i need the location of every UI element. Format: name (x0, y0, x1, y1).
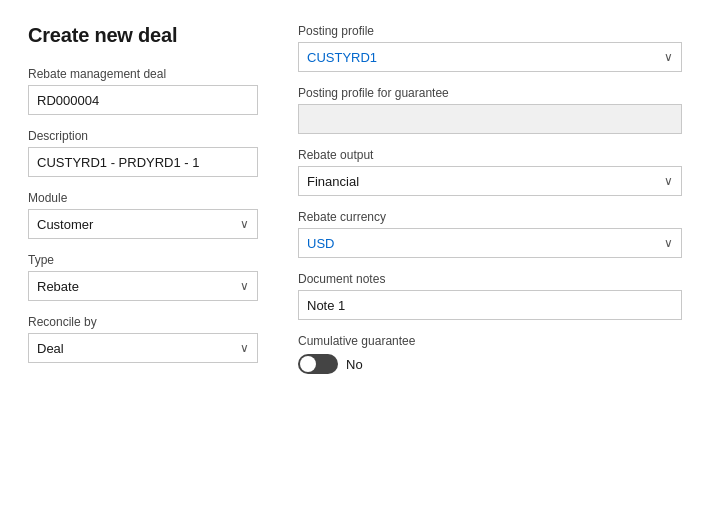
rebate-currency-chevron-icon: ∨ (664, 236, 673, 250)
cumulative-guarantee-label: Cumulative guarantee (298, 334, 682, 348)
description-input[interactable] (28, 147, 258, 177)
description-group: Description (28, 129, 258, 177)
page-container: Create new deal Rebate management deal D… (0, 0, 710, 508)
reconcile-by-select[interactable]: Deal ∨ (28, 333, 258, 363)
page-title: Create new deal (28, 24, 258, 47)
posting-profile-guarantee-label: Posting profile for guarantee (298, 86, 682, 100)
document-notes-group: Document notes (298, 272, 682, 320)
cumulative-guarantee-toggle[interactable] (298, 354, 338, 374)
right-column: Posting profile CUSTYRD1 ∨ Posting profi… (298, 24, 682, 484)
description-label: Description (28, 129, 258, 143)
rebate-currency-label: Rebate currency (298, 210, 682, 224)
reconcile-by-group: Reconcile by Deal ∨ (28, 315, 258, 363)
rebate-output-select-value: Financial (307, 174, 359, 189)
module-label: Module (28, 191, 258, 205)
type-group: Type Rebate ∨ (28, 253, 258, 301)
cumulative-guarantee-toggle-row: No (298, 354, 682, 374)
module-group: Module Customer ∨ (28, 191, 258, 239)
rebate-currency-select[interactable]: USD ∨ (298, 228, 682, 258)
posting-profile-select-value: CUSTYRD1 (307, 50, 377, 65)
module-select[interactable]: Customer ∨ (28, 209, 258, 239)
rebate-currency-group: Rebate currency USD ∨ (298, 210, 682, 258)
type-select-value: Rebate (37, 279, 79, 294)
rebate-output-group: Rebate output Financial ∨ (298, 148, 682, 196)
toggle-knob (300, 356, 316, 372)
document-notes-label: Document notes (298, 272, 682, 286)
rebate-management-deal-input[interactable] (28, 85, 258, 115)
type-select[interactable]: Rebate ∨ (28, 271, 258, 301)
rebate-management-deal-group: Rebate management deal (28, 67, 258, 115)
rebate-currency-select-value: USD (307, 236, 334, 251)
reconcile-by-select-value: Deal (37, 341, 64, 356)
posting-profile-select[interactable]: CUSTYRD1 ∨ (298, 42, 682, 72)
reconcile-by-label: Reconcile by (28, 315, 258, 329)
posting-profile-label: Posting profile (298, 24, 682, 38)
module-chevron-icon: ∨ (240, 217, 249, 231)
document-notes-input[interactable] (298, 290, 682, 320)
posting-profile-guarantee-input[interactable] (298, 104, 682, 134)
type-chevron-icon: ∨ (240, 279, 249, 293)
module-select-value: Customer (37, 217, 93, 232)
cumulative-guarantee-group: Cumulative guarantee No (298, 334, 682, 374)
rebate-output-select[interactable]: Financial ∨ (298, 166, 682, 196)
posting-profile-chevron-icon: ∨ (664, 50, 673, 64)
rebate-output-chevron-icon: ∨ (664, 174, 673, 188)
reconcile-by-chevron-icon: ∨ (240, 341, 249, 355)
rebate-output-label: Rebate output (298, 148, 682, 162)
left-column: Create new deal Rebate management deal D… (28, 24, 258, 484)
rebate-management-deal-label: Rebate management deal (28, 67, 258, 81)
posting-profile-group: Posting profile CUSTYRD1 ∨ (298, 24, 682, 72)
cumulative-guarantee-toggle-label: No (346, 357, 363, 372)
posting-profile-guarantee-group: Posting profile for guarantee (298, 86, 682, 134)
type-label: Type (28, 253, 258, 267)
